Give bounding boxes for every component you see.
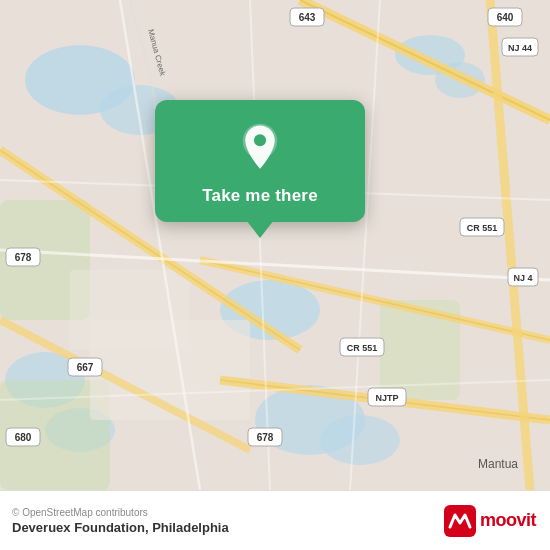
popup-label: Take me there [202,186,318,206]
moovit-text: moovit [480,510,536,531]
bottom-bar: © OpenStreetMap contributors Deveruex Fo… [0,490,550,550]
copyright-text: © OpenStreetMap contributors [12,507,229,518]
svg-text:NJTP: NJTP [375,393,398,403]
take-me-there-popup[interactable]: Take me there [155,100,365,222]
map-container: 643 643 643 640 678 667 680 678 CR 551 C… [0,0,550,490]
svg-rect-14 [70,270,190,350]
svg-text:680: 680 [15,432,32,443]
svg-text:678: 678 [15,252,32,263]
location-info: © OpenStreetMap contributors Deveruex Fo… [12,507,229,535]
svg-text:640: 640 [497,12,514,23]
svg-text:NJ 44: NJ 44 [508,43,532,53]
location-name: Deveruex Foundation, Philadelphia [12,520,229,535]
moovit-logo[interactable]: moovit [444,505,536,537]
svg-point-9 [320,415,400,465]
svg-text:678: 678 [257,432,274,443]
svg-text:667: 667 [77,362,94,373]
moovit-icon [444,505,476,537]
svg-text:CR 551: CR 551 [467,223,498,233]
svg-text:643: 643 [299,12,316,23]
svg-text:NJ 4: NJ 4 [513,273,532,283]
svg-point-60 [254,134,266,146]
location-pin-icon [234,122,286,174]
svg-text:CR 551: CR 551 [347,343,378,353]
svg-text:Mantua: Mantua [478,457,518,471]
